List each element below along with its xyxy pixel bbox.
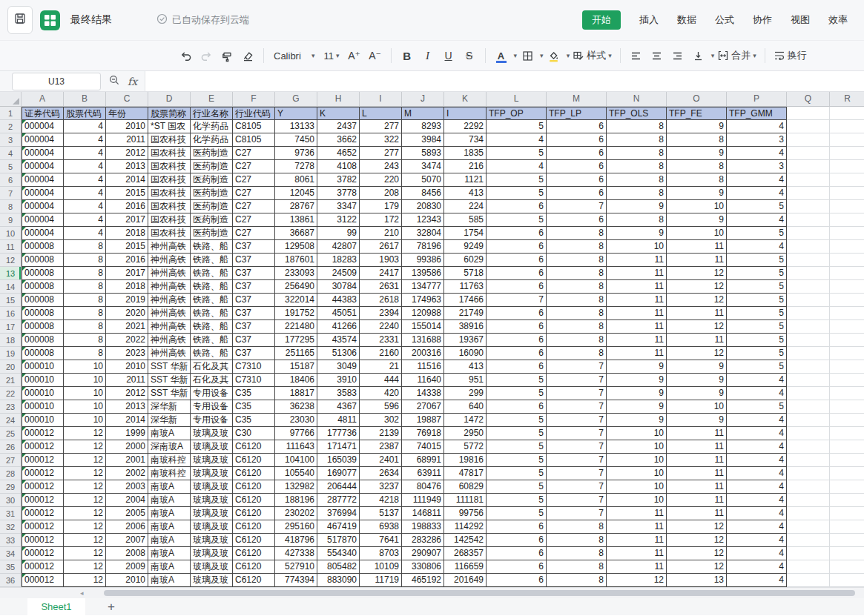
- cell[interactable]: 国农科技: [148, 213, 191, 227]
- cell[interactable]: 12: [64, 547, 106, 560]
- sheet-app-icon[interactable]: [40, 10, 60, 30]
- cell[interactable]: 10109: [360, 560, 402, 574]
- cell[interactable]: 4: [64, 227, 106, 240]
- cell[interactable]: 465192: [402, 574, 444, 587]
- cell[interactable]: 174963: [402, 294, 444, 307]
- cell[interactable]: 640: [444, 400, 487, 414]
- cell[interactable]: 4: [727, 427, 787, 440]
- cell[interactable]: 9: [607, 360, 667, 374]
- cell[interactable]: 10: [607, 454, 667, 467]
- cell[interactable]: TFP_LP: [547, 107, 607, 120]
- strikethrough-button[interactable]: S: [459, 45, 480, 66]
- cell[interactable]: 3474: [402, 160, 444, 173]
- cell[interactable]: 11719: [360, 574, 402, 587]
- cell[interactable]: [787, 494, 830, 507]
- cell[interactable]: 玻璃及玻: [191, 480, 233, 494]
- cell[interactable]: 517870: [317, 534, 360, 547]
- cell[interactable]: 9: [607, 400, 667, 414]
- cell[interactable]: 2000: [106, 440, 148, 454]
- column-header-M[interactable]: M: [547, 92, 607, 107]
- cell[interactable]: 295160: [275, 520, 317, 534]
- cell[interactable]: I: [444, 107, 487, 120]
- cell[interactable]: 8: [607, 213, 667, 227]
- cell[interactable]: 5: [727, 400, 787, 414]
- cell[interactable]: 4: [727, 147, 787, 160]
- column-header-K[interactable]: K: [444, 92, 487, 107]
- fx-icon[interactable]: fx: [128, 76, 137, 87]
- cell[interactable]: 191752: [275, 307, 317, 320]
- cell[interactable]: C6120: [233, 494, 275, 507]
- row-header-35[interactable]: 35: [0, 560, 22, 574]
- cell[interactable]: 5: [727, 334, 787, 347]
- cell[interactable]: [830, 574, 864, 587]
- cell[interactable]: C6120: [233, 534, 275, 547]
- cell[interactable]: 200316: [402, 347, 444, 360]
- cell[interactable]: 9249: [444, 240, 487, 254]
- cell[interactable]: 2401: [360, 454, 402, 467]
- cell[interactable]: 玻璃及玻: [191, 560, 233, 574]
- row-header-24[interactable]: 24: [0, 414, 22, 427]
- horizontal-scrollbar[interactable]: ◂: [0, 587, 864, 598]
- cell[interactable]: 11: [667, 480, 727, 494]
- cell[interactable]: 5: [487, 454, 547, 467]
- cell[interactable]: 10: [64, 374, 106, 387]
- cell[interactable]: 7: [547, 200, 607, 213]
- cell[interactable]: [787, 254, 830, 267]
- cell[interactable]: 4: [487, 160, 547, 173]
- cell[interactable]: 6: [487, 267, 547, 280]
- cell[interactable]: 国农科技: [148, 133, 191, 147]
- cell[interactable]: [830, 454, 864, 467]
- cell[interactable]: 10: [667, 200, 727, 213]
- cell[interactable]: 9: [667, 387, 727, 400]
- cell[interactable]: 5: [727, 294, 787, 307]
- cell[interactable]: 2950: [444, 427, 487, 440]
- cell[interactable]: 4: [727, 560, 787, 574]
- cell[interactable]: 8703: [360, 547, 402, 560]
- cell[interactable]: 2005: [106, 507, 148, 520]
- decrease-font-button[interactable]: A⁻: [365, 45, 386, 66]
- cell[interactable]: 30784: [317, 280, 360, 294]
- cell[interactable]: [787, 240, 830, 254]
- cell[interactable]: 8: [667, 173, 727, 187]
- cell[interactable]: 8: [64, 307, 106, 320]
- merge-cells-button[interactable]: 合并 ▾: [714, 45, 759, 66]
- cell[interactable]: 南玻A: [148, 574, 191, 587]
- save-button[interactable]: [7, 6, 33, 34]
- cell[interactable]: 18406: [275, 374, 317, 387]
- cell[interactable]: 6: [487, 280, 547, 294]
- cell[interactable]: 000008: [22, 240, 64, 254]
- cell[interactable]: 233093: [275, 267, 317, 280]
- menu-tab-公式[interactable]: 公式: [715, 13, 734, 27]
- cell[interactable]: 2015: [106, 187, 148, 200]
- cell[interactable]: 129508: [275, 240, 317, 254]
- document-title[interactable]: 最终结果: [70, 13, 112, 27]
- cell[interactable]: 116659: [444, 560, 487, 574]
- cell[interactable]: 000012: [22, 427, 64, 440]
- cell[interactable]: 000010: [22, 374, 64, 387]
- cell[interactable]: 5: [487, 494, 547, 507]
- cell[interactable]: 120988: [402, 307, 444, 320]
- cell[interactable]: 5: [727, 360, 787, 374]
- cell[interactable]: 6: [547, 213, 607, 227]
- row-header-36[interactable]: 36: [0, 574, 22, 587]
- cell[interactable]: 6: [487, 254, 547, 267]
- cell[interactable]: 11: [607, 280, 667, 294]
- cell[interactable]: [787, 374, 830, 387]
- cell[interactable]: 5: [487, 427, 547, 440]
- cell[interactable]: 000008: [22, 307, 64, 320]
- cell[interactable]: 9: [667, 414, 727, 427]
- cell[interactable]: 8: [64, 280, 106, 294]
- cell[interactable]: 221480: [275, 320, 317, 334]
- cell[interactable]: 南玻科控: [148, 454, 191, 467]
- cell[interactable]: C35: [233, 414, 275, 427]
- cell[interactable]: 11: [667, 507, 727, 520]
- cell[interactable]: 19816: [444, 454, 487, 467]
- cell[interactable]: 2008: [106, 547, 148, 560]
- menu-tab-协作[interactable]: 协作: [753, 13, 772, 27]
- cell[interactable]: 000012: [22, 494, 64, 507]
- cell[interactable]: 2019: [106, 294, 148, 307]
- cell[interactable]: 1999: [106, 427, 148, 440]
- cell[interactable]: 8: [547, 347, 607, 360]
- cell[interactable]: 131688: [402, 334, 444, 347]
- cell[interactable]: 8: [64, 294, 106, 307]
